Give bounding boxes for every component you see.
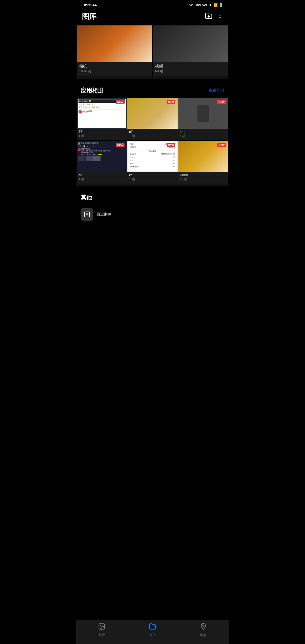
- app-album-video-count: 17 项: [180, 177, 226, 181]
- app-album-77[interactable]: NEW soul-blood ✅ 关注 360 粉丝 329 关于 微博(621…: [77, 98, 127, 140]
- more-options-icon[interactable]: [217, 13, 223, 21]
- app-albums-title: 应用相册: [81, 87, 103, 94]
- new-badge-temp: NEW: [217, 100, 226, 104]
- app-album-cc[interactable]: NEW 学校河南营寨学院 考试级别英语六级 笔试成绩 准考证号410250192…: [127, 141, 177, 184]
- svg-point-8: [202, 625, 204, 626]
- places-nav-icon: [200, 623, 207, 632]
- video-thumb: [153, 25, 228, 62]
- video-album-count: 60 项: [155, 69, 226, 74]
- volte-icon: VoLTE: [202, 3, 212, 7]
- places-nav-label: 地点: [200, 633, 206, 637]
- app-album-c7-count: 1 项: [129, 134, 176, 138]
- thumb-temp: NEW: [178, 98, 228, 129]
- app-album-video[interactable]: NEW video 17 项: [178, 141, 228, 184]
- page-title: 图库: [82, 12, 97, 21]
- app-album-77-count: 1 项: [79, 134, 125, 138]
- nav-photos[interactable]: 照片: [76, 623, 127, 637]
- app-album-cc-count: 1 项: [129, 177, 176, 181]
- thumb-video: NEW: [178, 141, 228, 172]
- app-album-temp-name: temp: [180, 130, 226, 134]
- app-album-c7-name: c7: [129, 130, 176, 134]
- view-all-link[interactable]: 查看全部: [208, 88, 224, 93]
- new-badge-c7: NEW: [167, 100, 175, 104]
- wifi-icon: 📶: [213, 3, 218, 7]
- app-album-temp-label: temp 4 项: [178, 129, 228, 140]
- status-icons: 0.52 KB/S VoLTE 📶 🔋: [187, 3, 223, 7]
- app-album-cc-label: cc 1 项: [127, 172, 177, 184]
- bottom-navigation: 照片 相册 地点: [76, 620, 229, 644]
- camera-album-count: 1004 项: [79, 69, 150, 74]
- other-item-recently-deleted[interactable]: 最近删除: [81, 205, 224, 224]
- app-album-temp-count: 4 项: [180, 134, 226, 138]
- status-time: 10:26:44: [82, 3, 97, 7]
- top-albums-grid: 相机 1004 项 视频 60 项: [76, 25, 229, 77]
- page-header: 图库: [76, 9, 229, 25]
- app-album-ad-count: 1 项: [79, 177, 125, 181]
- app-album-c7[interactable]: NEW c7 1 项: [127, 98, 177, 140]
- thumb-ad: NEW 郑州/河南智慧警察学院 🗬 0💬 14♡ 20 饿心市长小王11 主动一…: [77, 141, 127, 172]
- battery-icon: 🔋: [219, 3, 223, 7]
- network-speed: 0.52 KB/S: [187, 3, 201, 7]
- other-section-title: 其他: [81, 194, 224, 201]
- new-badge-77: NEW: [116, 100, 125, 104]
- new-badge-video: NEW: [217, 143, 226, 147]
- status-bar: 10:26:44 0.52 KB/S VoLTE 📶 🔋: [76, 0, 229, 9]
- divider-1: [76, 77, 229, 79]
- svg-point-4: [219, 17, 221, 18]
- albums-nav-icon: [149, 623, 156, 632]
- app-albums-section-header: 应用相册 查看全部: [76, 80, 229, 98]
- video-label: 视频 60 项: [153, 62, 228, 77]
- nav-places[interactable]: 地点: [178, 623, 229, 637]
- svg-point-7: [100, 625, 101, 626]
- album-card-video[interactable]: 视频 60 项: [153, 25, 228, 77]
- albums-nav-label: 相册: [149, 633, 156, 637]
- divider-2: [76, 184, 229, 186]
- recently-deleted-icon: [81, 208, 93, 221]
- nav-albums[interactable]: 相册: [127, 623, 178, 637]
- app-album-cc-name: cc: [129, 173, 176, 177]
- add-album-icon[interactable]: [205, 12, 212, 21]
- app-album-77-label: 77 1 项: [77, 129, 127, 140]
- thumb-77: NEW soul-blood ✅ 关注 360 粉丝 329 关于 微博(621…: [77, 98, 127, 129]
- svg-point-3: [219, 15, 221, 16]
- album-card-camera[interactable]: 相机 1004 项: [77, 25, 152, 77]
- app-albums-grid: NEW soul-blood ✅ 关注 360 粉丝 329 关于 微博(621…: [76, 98, 229, 184]
- thumb-c7: NEW: [127, 98, 177, 129]
- photos-nav-icon: [98, 623, 105, 632]
- video-album-name: 视频: [155, 64, 226, 69]
- camera-thumb: [77, 25, 152, 62]
- new-badge-ad: NEW: [116, 143, 125, 147]
- header-actions: [205, 12, 223, 21]
- app-album-video-name: video: [180, 173, 226, 177]
- app-album-temp[interactable]: NEW temp 4 项: [178, 98, 228, 140]
- app-album-77-name: 77: [79, 130, 125, 134]
- app-album-c7-label: c7 1 项: [127, 129, 177, 140]
- camera-label: 相机 1004 项: [77, 62, 152, 77]
- recently-deleted-label: 最近删除: [97, 212, 111, 217]
- svg-point-2: [219, 13, 221, 14]
- app-album-ad-name: ad: [79, 173, 125, 177]
- camera-album-name: 相机: [79, 64, 150, 69]
- new-badge-cc: NEW: [167, 143, 175, 147]
- thumb-cc: NEW 学校河南营寨学院 考试级别英语六级 笔试成绩 准考证号410250192…: [127, 141, 177, 172]
- app-album-video-label: video 17 项: [178, 172, 228, 184]
- app-album-ad[interactable]: NEW 郑州/河南智慧警察学院 🗬 0💬 14♡ 20 饿心市长小王11 主动一…: [77, 141, 127, 184]
- other-section: 其他 最近删除: [76, 187, 229, 228]
- app-album-ad-label: ad 1 项: [77, 172, 127, 184]
- photos-nav-label: 照片: [99, 633, 105, 637]
